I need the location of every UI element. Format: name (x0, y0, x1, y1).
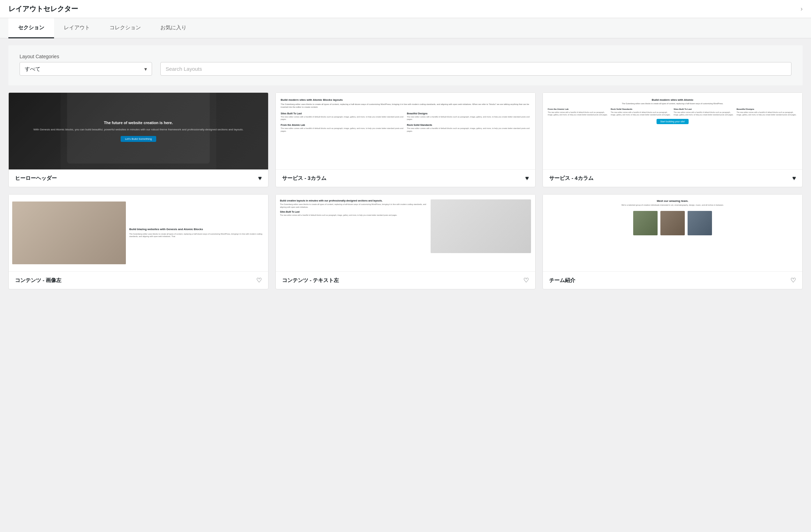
preview-s4-intro: The Gutenberg editor uses blocks to crea… (548, 102, 797, 105)
tab-layouts[interactable]: レイアウト (54, 18, 100, 38)
preview-team-photo-2 (660, 211, 685, 235)
layout-preview-textimg: Build creative layouts in minutes with o… (276, 195, 535, 271)
heart-icon-imgtext[interactable]: ♡ (256, 276, 262, 284)
preview-s4-col4: Beautiful Designs The new editor comes w… (737, 108, 798, 116)
layout-card-textimg[interactable]: Build creative layouts in minutes with o… (275, 194, 536, 289)
heart-icon-services3[interactable]: ♥ (525, 175, 529, 182)
layout-footer-hero: ヒーローヘッダー ♥ (9, 169, 268, 187)
preview-s4-col1-title: From the Atomic Lab (548, 108, 609, 110)
layout-card-hero-header[interactable]: The future of website creation is here. … (8, 92, 268, 187)
preview-s3-col1-title: Sites Built To Last (281, 112, 404, 115)
layout-preview-services-3col: Build modern sites with Atomic Blocks la… (276, 93, 535, 169)
preview-s3-col3: From the Atomic Lab The new editor comes… (281, 124, 404, 132)
preview-s3-cols: Sites Built To Last The new editor comes… (281, 112, 530, 133)
preview-s4-col2-title: Rock Solid Standards (611, 108, 672, 110)
preview-textimg-img (431, 199, 531, 253)
layout-card-services-3col[interactable]: Build modern sites with Atomic Blocks la… (275, 92, 536, 187)
preview-services3: Build modern sites with Atomic Blocks la… (276, 93, 535, 169)
layout-name-textimg: コンテンツ - テキスト左 (282, 277, 339, 284)
preview-team-title: Meet our amazing team. (547, 199, 798, 203)
page-header: レイアウトセレクター › (0, 0, 811, 18)
preview-s4-col1: From the Atomic Lab The new editor comes… (548, 108, 609, 116)
preview-imgtext-content: Build blazing websites with Genesis and … (129, 228, 265, 238)
layout-preview-services-4col: Build modern sites with Atomic The Guten… (543, 93, 802, 169)
preview-textimg-text: The Gutenberg editor uses blocks to crea… (280, 203, 427, 208)
preview-s4-col2-text: The new editor comes with a handful of d… (611, 111, 672, 116)
tab-sections[interactable]: セクション (8, 18, 54, 38)
tabs-bar: セクション レイアウト コレクション お気に入り (0, 18, 811, 38)
preview-s3-col4: Rock Solid Standards The new editor come… (407, 124, 530, 132)
preview-s3-col1: Sites Built To Last The new editor comes… (281, 112, 404, 121)
filter-section: Layout Categories すべて ▼ (8, 45, 803, 85)
preview-hero-btn: Let's Build Something (121, 136, 156, 142)
preview-s3-col3-text: The new editor comes with a handful of d… (281, 127, 404, 132)
preview-team-photos (547, 211, 798, 235)
preview-s3-col2-title: Beautiful Designs (407, 112, 530, 115)
layout-footer-textimg: コンテンツ - テキスト左 ♡ (276, 271, 535, 289)
preview-textimg-subtext: The new editor comes with a handful of d… (280, 214, 427, 216)
layout-name-services4: サービス - 4カラム (549, 175, 593, 182)
preview-s4-col1-text: The new editor comes with a handful of d… (548, 111, 609, 116)
preview-imgtext-img (12, 202, 126, 264)
category-select[interactable]: すべて (20, 62, 152, 76)
preview-hero-sub: With Genesis and Atomic blocks, you can … (33, 128, 244, 131)
preview-textimg: Build creative layouts in minutes with o… (276, 195, 535, 271)
preview-s4-header: Build modern sites with Atomic (548, 98, 797, 101)
heart-icon-team[interactable]: ♡ (790, 276, 796, 284)
preview-s4-col4-title: Beautiful Designs (737, 108, 798, 110)
categories-label: Layout Categories (20, 54, 791, 59)
preview-s3-col3-title: From the Atomic Lab (281, 124, 404, 126)
layout-preview-imgtext: Build blazing websites with Genesis and … (9, 195, 268, 271)
preview-s4-btn: Start building your site! (657, 119, 688, 124)
preview-team-sub: We're a talented group of creative indiv… (547, 204, 798, 207)
layout-card-team[interactable]: Meet our amazing team. We're a talented … (543, 194, 803, 289)
layout-name-imgtext: コンテンツ - 画像左 (15, 277, 61, 284)
preview-s3-col2-text: The new editor comes with a handful of d… (407, 116, 530, 121)
preview-imgtext: Build blazing websites with Genesis and … (9, 195, 268, 271)
preview-hero: The future of website creation is here. … (9, 93, 268, 169)
layout-footer-imgtext: コンテンツ - 画像左 ♡ (9, 271, 268, 289)
preview-s3-intro: The Gutenberg editor uses blocks to crea… (281, 103, 530, 109)
category-select-wrapper: すべて ▼ (20, 62, 152, 76)
page-title: レイアウトセレクター (8, 4, 78, 14)
layout-name-hero: ヒーローヘッダー (15, 175, 57, 182)
preview-imgtext-text: The Gutenberg editor uses blocks to crea… (129, 233, 265, 238)
layout-card-imgtext[interactable]: Build blazing websites with Genesis and … (8, 194, 268, 289)
preview-textimg-subtitle: Sites Built To Last (280, 211, 427, 213)
preview-imgtext-title: Build blazing websites with Genesis and … (129, 228, 265, 231)
tab-favorites[interactable]: お気に入り (151, 18, 196, 38)
preview-s4-col4-text: The new editor comes with a handful of d… (737, 111, 798, 116)
filter-row: すべて ▼ (20, 62, 791, 76)
preview-s4-col2: Rock Solid Standards The new editor come… (611, 108, 672, 116)
preview-s4-cols: From the Atomic Lab The new editor comes… (548, 108, 797, 116)
preview-s4-col3-title: Sites Built To Last (674, 108, 735, 110)
tab-collections[interactable]: コレクション (100, 18, 151, 38)
preview-textimg-content: Build creative layouts in minutes with o… (280, 199, 427, 216)
preview-s3-header: Build modern sites with Atomic Blocks la… (281, 98, 530, 101)
preview-s4-col3-text: The new editor comes with a handful of d… (674, 111, 735, 116)
layout-footer-services4: サービス - 4カラム ♥ (543, 169, 802, 187)
layout-footer-team: チーム紹介 ♡ (543, 271, 802, 289)
preview-hero-title: The future of website creation is here. (33, 120, 244, 125)
chevron-right-icon: › (801, 5, 803, 13)
heart-icon-textimg[interactable]: ♡ (523, 276, 529, 284)
heart-icon[interactable]: ♥ (258, 175, 262, 182)
layout-preview-hero-header: The future of website creation is here. … (9, 93, 268, 169)
heart-icon-services4[interactable]: ♥ (792, 175, 796, 182)
preview-team-photo-1 (633, 211, 658, 235)
layout-preview-team: Meet our amazing team. We're a talented … (543, 195, 802, 271)
preview-services4: Build modern sites with Atomic The Guten… (543, 93, 802, 169)
preview-hero-text: The future of website creation is here. … (33, 120, 244, 142)
layout-card-services-4col[interactable]: Build modern sites with Atomic The Guten… (543, 92, 803, 187)
preview-s4-col3: Sites Built To Last The new editor comes… (674, 108, 735, 116)
preview-s3-col4-title: Rock Solid Standards (407, 124, 530, 126)
preview-team: Meet our amazing team. We're a talented … (543, 195, 802, 271)
search-input[interactable] (160, 62, 791, 76)
preview-textimg-intro: Build creative layouts in minutes with o… (280, 199, 427, 202)
preview-s3-col2: Beautiful Designs The new editor comes w… (407, 112, 530, 121)
layouts-grid: The future of website creation is here. … (0, 92, 811, 298)
layout-name-services3: サービス - 3カラム (282, 175, 326, 182)
preview-s3-col1-text: The new editor comes with a handful of d… (281, 116, 404, 121)
preview-s3-col4-text: The new editor comes with a handful of d… (407, 127, 530, 132)
layout-name-team: チーム紹介 (549, 277, 575, 284)
